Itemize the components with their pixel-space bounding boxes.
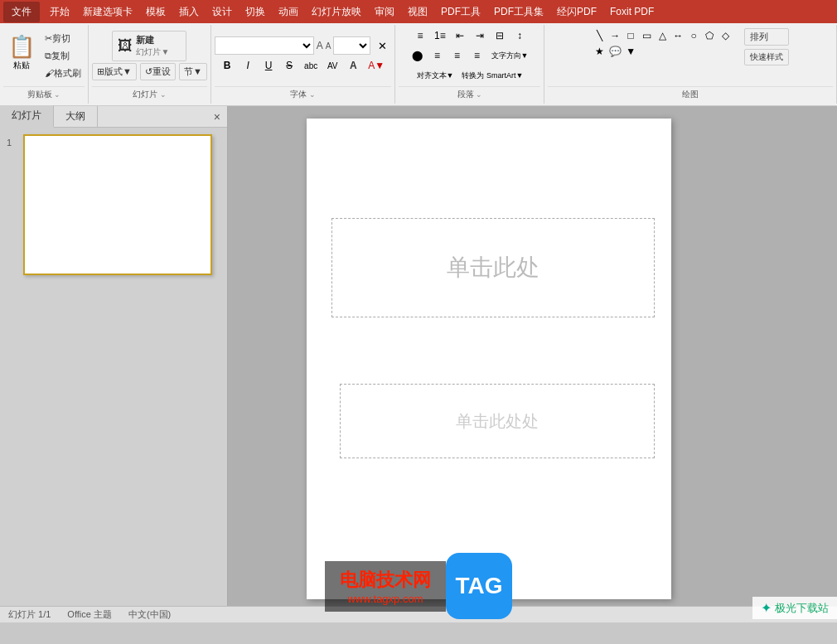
menu-animation[interactable]: 动画 [272, 2, 305, 22]
menu-design[interactable]: 设计 [206, 2, 239, 22]
logo-text: 极光下载站 [775, 601, 829, 616]
shape-star[interactable]: ★ [592, 44, 607, 59]
menu-new-tab[interactable]: 新建选项卡 [76, 2, 139, 22]
clipboard-buttons: 📋 粘贴 ✂ 剪切 ⧉ 复制 🖌 格式刷 [3, 31, 85, 81]
cut-button[interactable]: ✂ 剪切 [41, 31, 85, 46]
shape-flowchart[interactable]: ◇ [718, 28, 733, 43]
shape-arrow-double[interactable]: ↔ [670, 28, 685, 43]
menu-pdf-tools[interactable]: PDF工具 [434, 2, 487, 22]
menu-jingshan-pdf[interactable]: 经闪PDF [550, 2, 603, 22]
font-name-select[interactable] [215, 36, 314, 55]
drawing-group: ╲ → □ ▭ △ ↔ ○ ⬠ ◇ ★ 💬 ▼ 排列 快速样式 绘图 [544, 25, 837, 104]
convert-smartart-button[interactable]: 转换为 SmartArt▼ [458, 66, 526, 85]
slides-expand[interactable]: ⌄ [160, 90, 167, 99]
paste-label: 粘贴 [13, 60, 30, 71]
reset-label: 重设 [152, 65, 171, 78]
slides-content: 🖼 新建 幻灯片▼ ⊞ 版式▼ ↺ 重设 节▼ [92, 27, 207, 85]
clipboard-group: 📋 粘贴 ✂ 剪切 ⧉ 复制 🖌 格式刷 [0, 25, 89, 104]
format-painter-button[interactable]: 🖌 格式刷 [41, 65, 85, 81]
shape-rounded-rect[interactable]: ▭ [639, 28, 654, 43]
section-button[interactable]: 节▼ [179, 63, 207, 80]
align-center-button[interactable]: ≡ [428, 46, 447, 65]
paragraph-expand[interactable]: ⌄ [476, 90, 482, 99]
bold-button[interactable]: B [218, 56, 236, 75]
slides-label: 幻灯片 ⌄ [92, 86, 207, 102]
copy-label: 复制 [51, 50, 70, 62]
text-direction-button[interactable]: 文字方向▼ [488, 46, 532, 65]
menu-insert[interactable]: 插入 [172, 2, 206, 22]
shape-rect[interactable]: □ [623, 28, 638, 43]
shape-callout[interactable]: 💬 [607, 44, 622, 59]
bullet-list-button[interactable]: ≡ [411, 27, 429, 45]
title-placeholder-text2: 处 [516, 252, 539, 283]
font-size-up-icon: A [317, 40, 323, 51]
font-group: A A ✕ B I U S abc AV A A▼ 字体 ⌄ [211, 25, 396, 104]
copy-button[interactable]: ⧉ 复制 [41, 48, 85, 64]
align-right-button[interactable]: ≡ [448, 46, 467, 65]
font-row1: A A ✕ [215, 36, 392, 55]
font-size-down-icon: A [326, 41, 331, 51]
strikethrough-button[interactable]: S [280, 56, 298, 75]
justify-button[interactable]: ≡ [468, 46, 486, 65]
columns-button[interactable]: ⊟ [491, 27, 509, 45]
slide-thumbnail[interactable] [23, 134, 212, 275]
text-color-button[interactable]: A▼ [365, 56, 388, 75]
font-size-select[interactable] [333, 36, 370, 55]
font-row2: B I U S abc AV A A▼ [218, 56, 388, 75]
slide-thumbnail-1: 1 [7, 134, 220, 275]
slides-tab[interactable]: 幻灯片 [0, 105, 54, 128]
shape-line[interactable]: ╲ [592, 28, 607, 43]
font-color-button[interactable]: A [344, 56, 362, 75]
ribbon-toolbar: 📋 粘贴 ✂ 剪切 ⧉ 复制 🖌 格式刷 [0, 23, 837, 106]
drawing-content: ╲ → □ ▭ △ ↔ ○ ⬠ ◇ ★ 💬 ▼ 排列 快速样式 [590, 27, 791, 85]
line-spacing-button[interactable]: ↕ [510, 27, 529, 45]
reset-icon: ↺ [145, 66, 152, 77]
menu-start[interactable]: 开始 [43, 2, 76, 22]
align-left-button[interactable]: ⬤ [409, 46, 427, 65]
menu-view[interactable]: 视图 [401, 2, 434, 22]
arrange-button[interactable]: 排列 [744, 28, 789, 46]
menu-transition[interactable]: 切换 [239, 2, 272, 22]
paste-button[interactable]: 📋 粘贴 [3, 31, 40, 81]
shape-more[interactable]: ▼ [623, 44, 638, 59]
reset-button[interactable]: ↺ 重设 [140, 63, 176, 80]
shape-pentagon[interactable]: ⬠ [702, 28, 717, 43]
numbered-list-button[interactable]: 1≡ [431, 27, 449, 45]
menu-foxit-pdf[interactable]: Foxit PDF [603, 3, 660, 20]
new-slide-button[interactable]: 🖼 新建 幻灯片▼ [112, 31, 186, 61]
font-content: A A ✕ B I U S abc AV A A▼ [215, 27, 392, 85]
subtitle-placeholder[interactable]: 单击此处 处 [340, 384, 655, 458]
slide-count-status: 幻灯片 1/1 [8, 608, 51, 621]
outline-tab[interactable]: 大纲 [54, 106, 98, 127]
shadow-button[interactable]: abc [301, 56, 321, 75]
decrease-indent-button[interactable]: ⇤ [451, 27, 469, 45]
menu-pdf-toolset[interactable]: PDF工具集 [487, 2, 550, 22]
font-expand[interactable]: ⌄ [309, 90, 316, 99]
clipboard-expand[interactable]: ⌄ [54, 90, 60, 99]
menu-review[interactable]: 审阅 [368, 2, 401, 22]
language-status: 中文(中国) [128, 608, 171, 621]
menu-template[interactable]: 模板 [139, 2, 172, 22]
align-text-button[interactable]: 对齐文本▼ [414, 66, 457, 85]
drawing-right: 排列 快速样式 [744, 28, 789, 65]
slide-canvas[interactable]: 单击此 处 单击此处 处 [307, 119, 671, 599]
clear-format-button[interactable]: ✕ [373, 36, 391, 55]
paragraph-group: ≡ 1≡ ⇤ ⇥ ⊟ ↕ ⬤ ≡ ≡ ≡ 文字方向▼ 对齐文本▼ 转换为 Sma… [395, 25, 544, 104]
layout-button[interactable]: ⊞ 版式▼ [92, 63, 137, 80]
panel-close-button[interactable]: × [207, 107, 227, 127]
clipboard-content: 📋 粘贴 ✂ 剪切 ⧉ 复制 🖌 格式刷 [3, 27, 85, 85]
increase-indent-button[interactable]: ⇥ [471, 27, 489, 45]
shape-arrow-right[interactable]: → [607, 28, 622, 43]
menu-slideshow[interactable]: 幻灯片放映 [305, 2, 368, 22]
title-placeholder[interactable]: 单击此 处 [331, 218, 655, 317]
slide-sub-row: ⊞ 版式▼ ↺ 重设 节▼ [92, 63, 207, 80]
para-row2: ⬤ ≡ ≡ ≡ 文字方向▼ [409, 46, 532, 65]
underline-button[interactable]: U [259, 56, 278, 75]
slide-canvas-area[interactable]: 单击此 处 单击此处 处 [228, 106, 837, 606]
shape-triangle[interactable]: △ [655, 28, 670, 43]
quick-styles-button[interactable]: 快速样式 [744, 49, 789, 65]
shape-circle[interactable]: ○ [686, 28, 701, 43]
char-space-button[interactable]: AV [323, 56, 341, 75]
file-menu[interactable]: 文件 [3, 2, 40, 22]
italic-button[interactable]: I [239, 56, 257, 75]
